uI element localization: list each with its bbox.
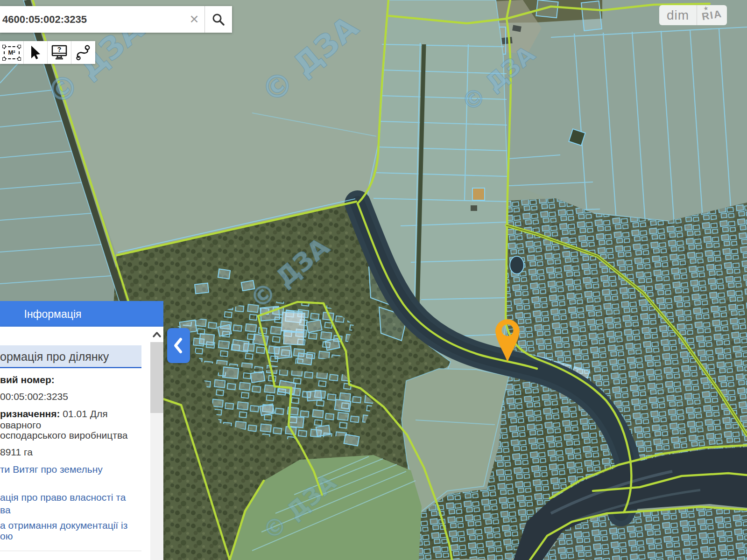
cadastral-number-label: вий номер: [0,374,55,385]
info-panel: ормація про ділянку вий номер: 00:05:002… [0,327,163,560]
ria-logo-text: ★ RIA [696,7,727,24]
cursor-icon [28,44,43,61]
svg-text:?: ? [57,46,62,53]
ownership-link-line1[interactable]: ація про право власності та [0,492,126,503]
info-panel-tab[interactable]: Інформація [0,301,163,327]
documentation-link-line1[interactable]: а отримання документації із [0,520,127,531]
purpose-value: 01.01 Для [63,408,107,419]
header-underline [0,367,141,368]
parcel-info-header: ормація про ділянку [0,350,109,364]
scrollbar-thumb[interactable] [150,342,163,413]
chevron-left-icon [167,328,190,363]
clear-search-icon[interactable]: ✕ [184,6,204,33]
purpose-label: ризначення: [0,408,60,419]
area-value: 8911 га [0,447,33,458]
help-button[interactable]: ? [48,41,71,64]
search-bar: 4600:05:002:3235 ✕ [0,6,232,33]
search-button[interactable] [205,6,232,33]
measure-area-icon: М² [4,46,20,59]
scroll-up-button[interactable] [150,327,163,342]
panel-divider [0,551,141,551]
collapse-panel-button[interactable] [167,328,190,363]
search-input[interactable]: 4600:05:002:3235 [0,6,184,33]
ria-star-icon: ★ [703,4,710,12]
map-toolbar: М² ? [0,41,95,64]
documentation-link-line2[interactable]: ою [0,531,13,542]
cadastral-map-app: © ДЗА © ДЗА © ДЗА © ДЗА © ДЗА 4600:05:00… [0,0,747,560]
select-cursor-button[interactable] [24,41,48,64]
help-monitor-icon: ? [50,44,68,61]
measure-route-button[interactable] [71,41,95,64]
cadastral-number-value: 00:05:002:3235 [0,391,68,402]
dim-ria-logo: dim ★ RIA [659,5,727,25]
panel-scrollbar[interactable] [150,327,163,560]
info-tab-label: Інформація [0,308,106,321]
measure-area-button[interactable]: М² [0,41,24,64]
ownership-link-line2[interactable]: ва [0,504,11,516]
dim-logo-text: dim [659,8,697,23]
search-icon [211,13,226,27]
route-icon [75,44,92,61]
purpose-line3: осподарського виробництва [0,430,127,441]
chevron-up-icon [151,331,163,338]
purpose-line: ризначення: 01.01 Для [0,408,108,420]
purpose-line2: оварного [0,420,41,431]
extract-link[interactable]: ти Витяг про земельну [0,464,103,475]
